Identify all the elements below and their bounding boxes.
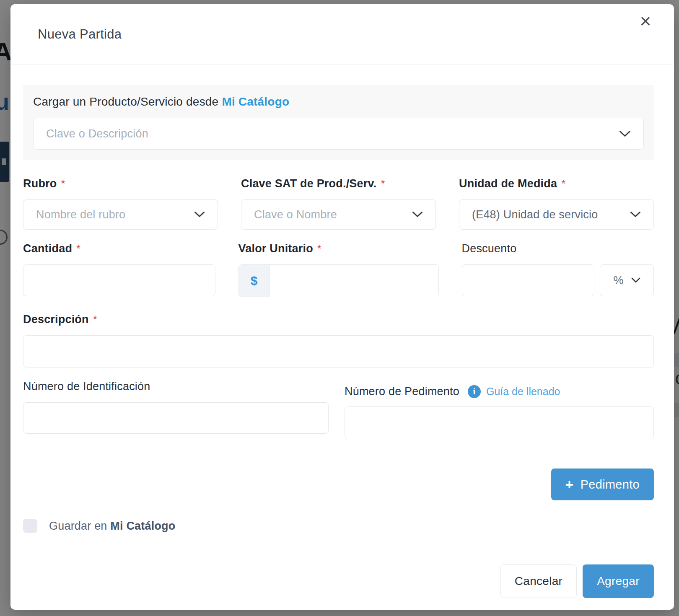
mi-catalogo-link[interactable]: Mi Catálogo (222, 95, 289, 108)
field-unidad-medida: Unidad de Medida* (E48) Unidad de servic… (459, 177, 654, 230)
pedimento-button-row: + Pedimento (23, 468, 654, 500)
chevron-down-icon (631, 277, 640, 283)
save-to-catalog-label: Guardar en Mi Catálogo (49, 520, 176, 533)
descuento-label: Descuento (462, 242, 654, 255)
save-to-catalog-row: Guardar en Mi Catálogo (23, 519, 654, 533)
save-to-catalog-label-text: Guardar en (49, 520, 110, 532)
chevron-down-icon (412, 211, 423, 218)
field-row-2: Cantidad* Valor Unitario* $ Descuento (23, 242, 654, 297)
cancel-button[interactable]: Cancelar (500, 564, 577, 598)
chevron-down-icon (630, 211, 641, 218)
chevron-down-icon (619, 130, 631, 137)
discount-unit-select[interactable]: % (600, 264, 654, 296)
field-numero-pedimento: Número de Pedimento i Guía de llenado (345, 385, 654, 439)
numero-pedimento-label-row: Número de Pedimento i Guía de llenado (345, 385, 654, 398)
unidad-medida-label-text: Unidad de Medida (459, 177, 557, 190)
field-numero-identificacion: Número de Identificación (23, 380, 329, 439)
catalog-panel: Cargar un Producto/Servicio desde Mi Cat… (23, 85, 654, 160)
descuento-group: % (462, 264, 654, 296)
rubro-label: Rubro* (23, 177, 218, 190)
required-asterisk: * (76, 242, 80, 255)
field-row-3: Número de Identificación Número de Pedim… (23, 380, 654, 439)
modal-body: Cargar un Producto/Servicio desde Mi Cat… (10, 65, 674, 552)
valor-unitario-input[interactable] (270, 265, 438, 297)
valor-unitario-label-text: Valor Unitario (238, 242, 313, 255)
required-asterisk: * (61, 177, 65, 190)
catalog-search-select[interactable]: Clave o Descripción (33, 118, 644, 150)
cantidad-input[interactable] (23, 264, 215, 296)
unidad-medida-value: (E48) Unidad de servicio (472, 208, 598, 221)
field-rubro: Rubro* Nombre del rubro (23, 177, 218, 230)
required-asterisk: * (561, 177, 565, 190)
catalog-search-placeholder: Clave o Descripción (46, 127, 148, 140)
modal-title: Nueva Partida (38, 27, 122, 42)
submit-button[interactable]: Agregar (583, 564, 654, 598)
modal-footer: Cancelar Agregar (10, 552, 674, 610)
clave-sat-label: Clave SAT de Prod./Serv.* (241, 177, 436, 190)
field-descuento: Descuento % (462, 242, 654, 297)
field-cantidad: Cantidad* (23, 242, 215, 297)
guia-de-llenado-link[interactable]: Guía de llenado (486, 386, 560, 398)
numero-pedimento-input[interactable] (345, 406, 654, 439)
catalog-label-text: Cargar un Producto/Servicio desde (33, 95, 218, 108)
field-row-1: Rubro* Nombre del rubro Clave SAT de Pro… (23, 177, 654, 230)
descuento-input[interactable] (462, 264, 595, 296)
numero-identificacion-label: Número de Identificación (23, 380, 329, 393)
required-asterisk: * (93, 313, 97, 326)
add-pedimento-button[interactable]: + Pedimento (551, 468, 654, 500)
field-valor-unitario: Valor Unitario* $ (238, 242, 439, 297)
rubro-placeholder: Nombre del rubro (36, 208, 125, 221)
required-asterisk: * (381, 177, 385, 190)
unidad-medida-select[interactable]: (E48) Unidad de servicio (459, 199, 654, 230)
save-to-catalog-label-bold: Mi Catálogo (110, 520, 175, 532)
add-pedimento-button-label: Pedimento (581, 478, 640, 492)
numero-identificacion-label-text: Número de Identificación (23, 380, 150, 393)
nueva-partida-modal: Nueva Partida × Cargar un Producto/Servi… (10, 4, 674, 610)
numero-identificacion-input[interactable] (23, 402, 329, 434)
clave-sat-select[interactable]: Clave o Nombre (241, 199, 436, 230)
descripcion-label-text: Descripción (23, 313, 89, 326)
info-icon: i (468, 385, 481, 398)
cantidad-label-text: Cantidad (23, 242, 72, 255)
descripcion-label: Descripción* (23, 313, 654, 326)
clave-sat-placeholder: Clave o Nombre (254, 208, 337, 221)
field-clave-sat: Clave SAT de Prod./Serv.* Clave o Nombre (241, 177, 436, 230)
descuento-label-text: Descuento (462, 242, 517, 255)
rubro-label-text: Rubro (23, 177, 57, 190)
save-to-catalog-checkbox[interactable] (23, 519, 37, 533)
valor-unitario-label: Valor Unitario* (238, 242, 439, 255)
clave-sat-label-text: Clave SAT de Prod./Serv. (241, 177, 376, 190)
unidad-medida-label: Unidad de Medida* (459, 177, 654, 190)
chevron-down-icon (194, 211, 205, 218)
modal-header: Nueva Partida × (10, 4, 674, 65)
descripcion-input[interactable] (23, 335, 654, 368)
rubro-select[interactable]: Nombre del rubro (23, 199, 218, 230)
catalog-label: Cargar un Producto/Servicio desde Mi Cat… (33, 95, 644, 109)
percent-sign: % (613, 274, 623, 287)
numero-pedimento-label: Número de Pedimento (345, 385, 459, 398)
field-descripcion: Descripción* (23, 313, 654, 368)
cantidad-label: Cantidad* (23, 242, 215, 255)
close-icon[interactable]: × (633, 8, 658, 34)
currency-prefix-icon: $ (239, 265, 270, 297)
valor-unitario-group: $ (238, 264, 439, 297)
plus-icon: + (565, 477, 574, 492)
required-asterisk: * (317, 242, 321, 255)
